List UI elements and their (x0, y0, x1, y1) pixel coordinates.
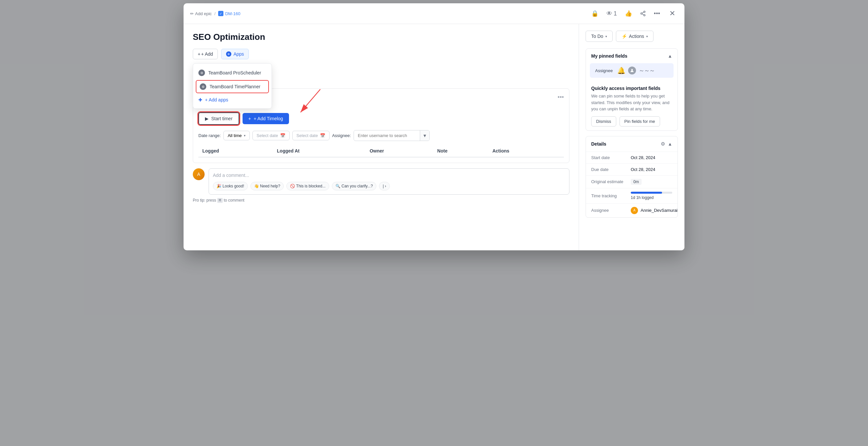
col-owner: Owner (366, 145, 433, 157)
all-time-select[interactable]: All time ▾ (223, 131, 250, 140)
apps-button[interactable]: ⊕ Apps (221, 49, 249, 59)
svg-point-1 (641, 13, 642, 14)
detail-row-start-date: Start date Oct 28, 2024 (586, 152, 678, 163)
modal-overlay: ✏ Add epic / ✓ DM-160 🔒 👁 1 👍 (0, 0, 868, 446)
pinned-info-box: Quickly access important fields We can p… (586, 82, 678, 130)
details-section: Details ⚙ ▲ Start date Oct 28, 2024 Due … (586, 136, 678, 218)
assignee-search-container: ▾ (353, 130, 430, 141)
teamboard-more-button[interactable]: ••• (558, 94, 564, 101)
dismiss-button[interactable]: Dismiss (591, 116, 616, 126)
comment-box[interactable]: Add a comment... 🎉 Looks good! 👋 Need he… (209, 168, 569, 195)
more-options-button[interactable]: ••• (652, 9, 661, 19)
start-date-label: Start date (591, 155, 631, 160)
svg-line-4 (642, 12, 644, 13)
like-button[interactable]: 👍 (623, 8, 633, 19)
add-button[interactable]: + + Add (193, 49, 218, 59)
pinned-fields-title: My pinned fields (591, 53, 627, 59)
eye-icon: 👁 (606, 10, 612, 17)
quick-reply-need-help[interactable]: 👋 Need help? (250, 182, 284, 190)
add-epic-link[interactable]: ✏ Add epic (190, 11, 212, 16)
task-modal: ✏ Add epic / ✓ DM-160 🔒 👁 1 👍 (184, 3, 684, 250)
estimate-label: Original estimate (591, 179, 631, 184)
pin-fields-button[interactable]: Pin fields for me (620, 116, 660, 126)
date-range-row: Date range: All time ▾ Select date 📅 Sel… (198, 130, 564, 141)
left-panel: SEO Optimization + + Add ⊕ Apps ⚙ (184, 24, 579, 250)
dropdown-item-timeplanner[interactable]: ⚙ TeamBoard TimePlanner (196, 80, 269, 93)
time-tracking-container: 1d 1h logged (631, 192, 672, 200)
date-to-picker[interactable]: Select date 📅 (292, 131, 330, 140)
details-chevron-up-icon: ▲ (668, 141, 672, 147)
views-button[interactable]: 👁 1 (605, 9, 618, 19)
col-logged: Logged (198, 145, 273, 157)
pinned-fields-section: My pinned fields ▲ Assignee 🔔 ～～～ Quickl… (586, 49, 678, 131)
breadcrumb: ✏ Add epic / ✓ DM-160 (190, 11, 587, 16)
lock-button[interactable]: 🔒 (590, 8, 600, 19)
start-timer-button[interactable]: ▶ Start timer (198, 112, 239, 125)
bell-icon: 🔔 (617, 67, 625, 74)
quick-replies: 🎉 Looks good! 👋 Need help? 🚫 This is blo… (213, 182, 565, 190)
svg-point-0 (644, 11, 645, 13)
comment-section: A Add a comment... 🎉 Looks good! 👋 Need … (193, 168, 569, 195)
date-from-picker[interactable]: Select date 📅 (252, 131, 290, 140)
quick-reply-looks-good[interactable]: 🎉 Looks good! (213, 182, 248, 190)
assignee-dropdown-button[interactable]: ▾ (420, 130, 429, 141)
pencil-icon: ✏ (190, 11, 194, 16)
due-date-value[interactable]: Oct 28, 2024 (631, 167, 655, 172)
assignee-name: Annie_DevSamurai (641, 208, 678, 213)
detail-row-estimate: Original estimate 0m (586, 175, 678, 188)
plus-icon: + (198, 52, 200, 57)
calendar-icon-2: 📅 (320, 133, 325, 138)
share-button[interactable] (639, 9, 647, 18)
todo-status-button[interactable]: To Do ▾ (586, 31, 613, 42)
pinned-fields-header: My pinned fields ▲ (586, 49, 678, 63)
close-button[interactable]: ✕ (666, 8, 678, 19)
header-actions: 🔒 👁 1 👍 ••• ✕ (590, 8, 678, 19)
time-tracking-label: Time tracking (591, 193, 631, 198)
dropdown-item-prescheduler[interactable]: ⚙ TeamBoard ProScheduler (193, 66, 272, 79)
col-logged-at: Logged At (273, 145, 366, 157)
add-apps-plus-icon: ✚ (198, 97, 202, 102)
svg-line-3 (642, 14, 644, 15)
toolbar: + + Add ⊕ Apps ⚙ TeamBoard ProScheduler (193, 49, 569, 59)
assignee-small-avatar: A (631, 207, 638, 214)
svg-point-2 (644, 14, 645, 16)
add-apps-item[interactable]: ✚ + Add apps (193, 94, 272, 106)
assignee-detail-label: Assignee (591, 208, 631, 213)
quick-reply-clarify[interactable]: 🔍 Can you clarify...? (332, 182, 376, 190)
pinned-info-title: Quickly access important fields (591, 86, 672, 91)
gear-icon[interactable]: ⚙ (661, 141, 665, 147)
assignee-field-label: Assignee (595, 68, 613, 73)
lightning-icon: ⚡ (621, 34, 627, 39)
todo-chevron-icon: ▾ (606, 35, 607, 38)
play-icon: ▶ (205, 116, 209, 121)
user-avatar: A (193, 168, 205, 180)
details-header: Details ⚙ ▲ (586, 136, 678, 152)
comment-placeholder: Add a comment... (213, 172, 565, 178)
keyboard-shortcut: M (217, 198, 223, 203)
time-bar-fill (631, 192, 662, 194)
due-date-label: Due date (591, 167, 631, 172)
actions-button[interactable]: ⚡ Actions ▾ (616, 31, 653, 42)
estimate-value[interactable]: 0m (631, 179, 642, 185)
svg-line-5 (301, 89, 320, 112)
chevron-up-icon: ▲ (668, 53, 672, 59)
ticket-reference[interactable]: ✓ DM-160 (218, 11, 240, 16)
add-timelog-button[interactable]: + + Add Timelog (243, 113, 289, 124)
quick-reply-more[interactable]: | › (379, 182, 390, 190)
assignee-preview: Assignee 🔔 ～～～ (590, 63, 674, 78)
quick-reply-blocked[interactable]: 🚫 This is blocked... (286, 182, 329, 190)
assignee-value-row[interactable]: A Annie_DevSamurai (631, 207, 678, 214)
col-note: Note (433, 145, 488, 157)
assignee-search-input[interactable] (354, 131, 420, 140)
share-icon (640, 10, 646, 17)
detail-row-due-date: Due date Oct 28, 2024 (586, 163, 678, 175)
pro-tip: Pro tip: press M to comment (193, 198, 569, 202)
teamboard-actions: ▶ Start timer + + Add Timelog (198, 112, 564, 125)
actions-chevron-icon: ▾ (646, 35, 648, 38)
svg-point-7 (631, 69, 633, 70)
start-date-value[interactable]: Oct 28, 2024 (631, 155, 655, 160)
detail-row-assignee: Assignee A Annie_DevSamurai (586, 203, 678, 217)
prescheduler-icon: ⚙ (198, 69, 205, 76)
assignee-filter-label: Assignee: (332, 133, 351, 138)
apps-icon: ⊕ (226, 52, 231, 57)
